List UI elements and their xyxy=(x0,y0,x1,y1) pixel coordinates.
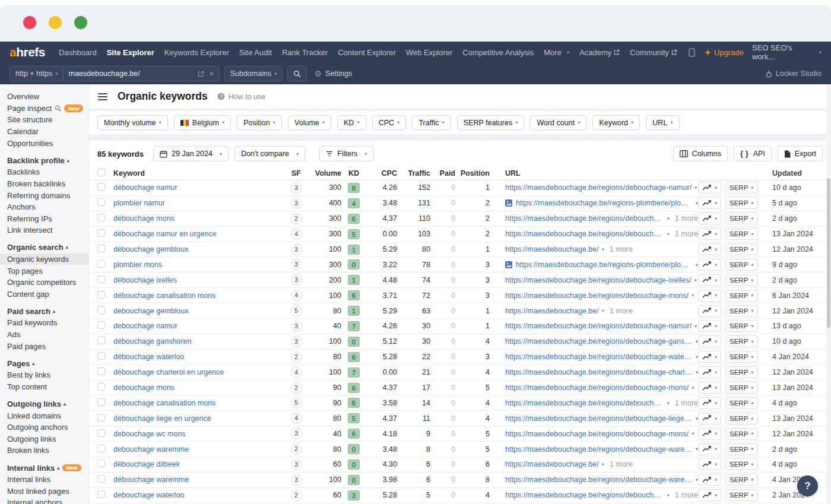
position-history-chart-button[interactable]: ▾ xyxy=(698,413,721,424)
serp-button[interactable]: SERP▾ xyxy=(725,458,758,470)
col-header-kd[interactable]: KD xyxy=(341,169,366,177)
window-minimize-button[interactable] xyxy=(49,16,62,29)
serp-button[interactable]: SERP▾ xyxy=(725,413,758,424)
position-history-chart-button[interactable]: ▾ xyxy=(698,182,721,194)
sidebar-item-internal-links[interactable]: Internal links xyxy=(7,474,88,486)
serp-button[interactable]: SERP▾ xyxy=(725,397,758,409)
more-urls-link[interactable]: 1 more xyxy=(610,245,633,253)
sidebar-item-paid-keywords[interactable]: Paid keywords xyxy=(7,317,88,329)
compare-selector[interactable]: Don't compare▾ xyxy=(234,146,305,161)
url-link[interactable]: https://maesdebouchage.be/regions/debouc… xyxy=(505,353,693,361)
sidebar-item-referring-domains[interactable]: Referring domains xyxy=(7,189,88,201)
filter-serp-features[interactable]: SERP features▾ xyxy=(457,115,525,130)
open-external-icon[interactable] xyxy=(198,71,204,77)
sidebar-item-linked-domains[interactable]: Linked domains xyxy=(7,410,88,421)
url-link[interactable]: https://maesdebouchage.be/regions/debouc… xyxy=(505,337,693,345)
scope-selector[interactable]: Subdomains▾ xyxy=(224,66,283,81)
serp-button[interactable]: SERP▾ xyxy=(725,243,758,255)
vertical-scrollbar[interactable] xyxy=(826,84,831,504)
nav-item-academy[interactable]: Academy xyxy=(579,48,620,57)
filter-url[interactable]: URL▾ xyxy=(646,115,679,130)
position-history-chart-button[interactable]: ▾ xyxy=(698,397,721,409)
filter-monthly-volume[interactable]: Monthly volume▾ xyxy=(97,115,168,130)
filter-traffic[interactable]: Traffic▾ xyxy=(412,115,451,130)
row-checkbox[interactable] xyxy=(97,475,105,483)
clear-input-icon[interactable]: × xyxy=(209,69,214,78)
filters-button[interactable]: Filters▾ xyxy=(319,146,373,161)
api-button[interactable]: { }API xyxy=(734,146,772,161)
row-checkbox[interactable] xyxy=(97,183,105,191)
url-link[interactable]: https://maesdebouchage.be/regions/debouc… xyxy=(505,491,664,499)
sidebar-item-top-content[interactable]: Top content xyxy=(7,381,88,393)
col-header-position[interactable]: Position xyxy=(455,169,490,177)
col-header-url[interactable]: URL xyxy=(490,169,698,177)
serp-button[interactable]: SERP▾ xyxy=(725,366,758,378)
sidebar-item-calendar[interactable]: Calendar xyxy=(7,126,88,138)
more-urls-link[interactable]: 1 more xyxy=(675,399,698,407)
keyword-link[interactable]: debouchage canalisation mons xyxy=(113,399,215,407)
filter-volume[interactable]: Volume▾ xyxy=(288,115,331,130)
row-checkbox[interactable] xyxy=(97,490,105,498)
nav-item-dashboard[interactable]: Dashboard xyxy=(59,48,97,57)
sidebar-item-internal-anchors[interactable]: Internal anchors xyxy=(7,497,88,504)
sidebar-item-link-intersect[interactable]: Link intersect xyxy=(7,224,88,236)
keyword-link[interactable]: débouchage namur xyxy=(113,183,177,192)
nav-item-web-explorer[interactable]: Web Explorer xyxy=(406,48,453,57)
keyword-link[interactable]: débouchage liege en urgence xyxy=(113,414,211,423)
position-history-chart-button[interactable]: ▾ xyxy=(698,228,721,240)
sidebar-section-internal-links[interactable]: Internal links▴New xyxy=(7,462,88,474)
collapse-sidebar-icon[interactable] xyxy=(98,91,107,102)
keyword-link[interactable]: debouchage gembloux xyxy=(113,307,189,315)
select-all-checkbox[interactable] xyxy=(97,169,105,176)
nav-item-content-explorer[interactable]: Content Explorer xyxy=(338,48,396,57)
keyword-link[interactable]: plombier mons xyxy=(113,261,162,269)
filter-keyword[interactable]: Keyword▾ xyxy=(592,115,640,130)
position-history-chart-button[interactable]: ▾ xyxy=(698,382,721,394)
upgrade-button[interactable]: Upgrade xyxy=(705,48,744,57)
serp-button[interactable]: SERP▾ xyxy=(725,259,758,271)
sidebar-item-broken-backlinks[interactable]: Broken backlinks xyxy=(7,178,88,190)
url-link[interactable]: https://maesdebouchage.be/regions/debouc… xyxy=(505,476,693,484)
row-checkbox[interactable] xyxy=(97,214,105,221)
url-link[interactable]: https://maesdebouchage.be/ xyxy=(505,460,599,468)
col-header-volume[interactable]: Volume xyxy=(308,169,341,177)
help-button[interactable]: ? xyxy=(797,476,818,496)
url-link[interactable]: https://maesdebouchage.be/regions/debouc… xyxy=(505,368,693,376)
keyword-link[interactable]: débouchage dilbeek xyxy=(113,460,180,468)
sidebar-item-outgoing-anchors[interactable]: Outgoing anchors xyxy=(7,421,88,433)
sidebar-section-pages[interactable]: Pages▴ xyxy=(7,357,88,369)
position-history-chart-button[interactable]: ▾ xyxy=(698,458,721,470)
serp-button[interactable]: SERP▾ xyxy=(725,213,758,224)
more-urls-link[interactable]: 1 more xyxy=(675,214,698,223)
sidebar-item-organic-competitors[interactable]: Organic competitors xyxy=(7,277,88,289)
position-history-chart-button[interactable]: ▾ xyxy=(698,259,721,271)
position-history-chart-button[interactable]: ▾ xyxy=(698,335,721,347)
position-history-chart-button[interactable]: ▾ xyxy=(698,305,721,317)
columns-button[interactable]: Columns xyxy=(673,146,728,161)
device-icon[interactable] xyxy=(687,48,696,57)
keyword-link[interactable]: débouchage gembloux xyxy=(113,245,189,253)
position-history-chart-button[interactable]: ▾ xyxy=(698,428,721,440)
window-zoom-button[interactable] xyxy=(74,16,87,29)
account-menu[interactable]: SEO SEO's work...▾ xyxy=(752,43,822,61)
sidebar-item-ads[interactable]: Ads xyxy=(7,329,88,341)
nav-item-more[interactable]: More▾ xyxy=(544,48,569,57)
serp-button[interactable]: SERP▾ xyxy=(725,428,758,440)
ahrefs-logo[interactable]: ahrefs xyxy=(9,45,45,59)
serp-button[interactable]: SERP▾ xyxy=(725,197,758,209)
sidebar-item-most-linked-pages[interactable]: Most linked pages xyxy=(7,485,88,497)
keyword-link[interactable]: débouchage ganshoren xyxy=(113,337,191,345)
row-checkbox[interactable] xyxy=(97,321,105,329)
filter-position[interactable]: Position▾ xyxy=(237,115,282,130)
sidebar-section-organic-search[interactable]: Organic search▴ xyxy=(7,242,88,253)
url-link[interactable]: https://maesdebouchage.be/regions/debouc… xyxy=(505,383,689,392)
serp-button[interactable]: SERP▾ xyxy=(725,351,758,363)
row-checkbox[interactable] xyxy=(97,445,105,452)
url-link[interactable]: https://maesdebouchage.be/ xyxy=(505,307,599,315)
position-history-chart-button[interactable]: ▾ xyxy=(698,489,721,501)
position-history-chart-button[interactable]: ▾ xyxy=(698,443,721,455)
serp-button[interactable]: SERP▾ xyxy=(725,305,758,317)
serp-button[interactable]: SERP▾ xyxy=(725,335,758,347)
keyword-link[interactable]: debouchage waterloo xyxy=(113,491,185,499)
keyword-link[interactable]: débouchage mons xyxy=(113,214,175,223)
